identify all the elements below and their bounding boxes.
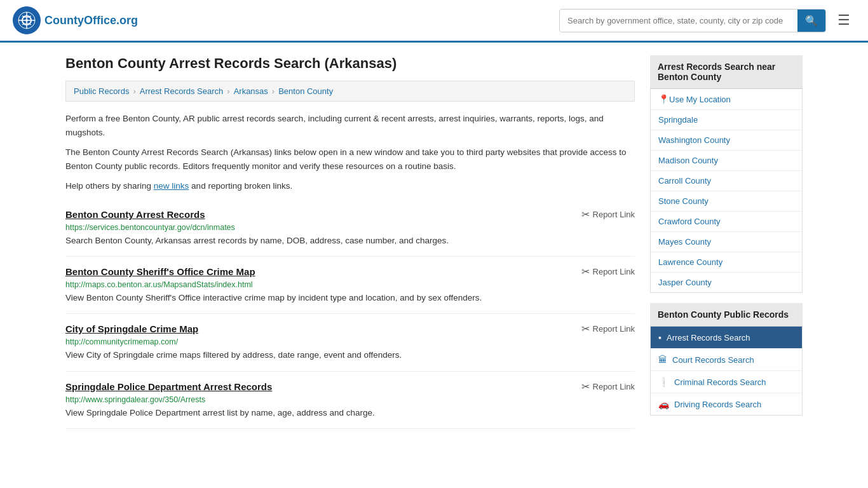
near-item-link-3[interactable]: Madison County: [651, 151, 802, 170]
link-url-1[interactable]: http://maps.co.benton.ar.us/MapsandStats…: [65, 280, 635, 289]
desc3-prefix: Help others by sharing: [65, 181, 154, 191]
public-records-icon-0: ▪: [658, 332, 661, 342]
search-bar: 🔍: [559, 9, 826, 32]
near-list: 📍Use My LocationSpringdaleWashington Cou…: [650, 89, 803, 293]
link-url-2[interactable]: http://communitycrimemap.com/: [65, 337, 635, 346]
hamburger-menu-button[interactable]: ☰: [832, 10, 855, 31]
near-item-link-1[interactable]: Springdale: [651, 110, 802, 130]
report-link-button-0[interactable]: ✂ Report Link: [581, 208, 635, 220]
report-icon-0: ✂: [581, 208, 590, 220]
header-right: 🔍 ☰: [559, 9, 855, 32]
link-url-0[interactable]: https://services.bentoncountyar.gov/dcn/…: [65, 223, 635, 232]
link-item: Springdale Police Department Arrest Reco…: [65, 372, 635, 429]
breadcrumb-arkansas[interactable]: Arkansas: [234, 86, 268, 96]
header: CountyOffice.org 🔍 ☰: [0, 0, 868, 43]
near-section: Arrest Records Search near Benton County…: [650, 55, 803, 293]
public-records-link-0[interactable]: ▪Arrest Records Search: [651, 327, 802, 348]
public-records-item: ❕Criminal Records Search: [651, 371, 802, 393]
breadcrumb-benton-county[interactable]: Benton County: [278, 86, 333, 96]
near-item-link-7[interactable]: Mayes County: [651, 232, 802, 252]
report-link-button-1[interactable]: ✂ Report Link: [581, 266, 635, 278]
link-desc-3: View Springdale Police Department arrest…: [65, 407, 635, 419]
breadcrumb-sep-1: ›: [133, 86, 135, 96]
links-container: Benton County Arrest Records ✂ Report Li…: [65, 200, 635, 429]
link-item-title-0[interactable]: Benton County Arrest Records: [65, 209, 205, 220]
near-list-item: Springdale: [651, 110, 802, 130]
description-3: Help others by sharing new links and rep…: [65, 179, 635, 193]
near-item-link-8[interactable]: Lawrence County: [651, 252, 802, 272]
report-icon-1: ✂: [581, 266, 590, 278]
public-records-icon-3: 🚗: [658, 399, 669, 409]
search-button[interactable]: 🔍: [797, 10, 825, 32]
public-records-item: 🚗Driving Records Search: [651, 393, 802, 415]
breadcrumb-sep-2: ›: [227, 86, 229, 96]
link-item-title-2[interactable]: City of Springdale Crime Map: [65, 323, 198, 334]
breadcrumb-sep-3: ›: [272, 86, 275, 96]
near-list-item: Washington County: [651, 130, 802, 151]
new-links-link[interactable]: new links: [154, 181, 189, 191]
near-list-item: Carroll County: [651, 171, 802, 191]
near-list-item: Crawford County: [651, 212, 802, 232]
link-item-title-1[interactable]: Benton County Sheriff's Office Crime Map: [65, 266, 255, 277]
breadcrumb-arrest-records[interactable]: Arrest Records Search: [140, 86, 224, 96]
report-icon-2: ✂: [581, 323, 590, 335]
page-title: Benton County Arrest Records Search (Ark…: [65, 55, 635, 72]
svg-point-4: [25, 19, 28, 22]
location-icon: 📍: [658, 94, 669, 104]
report-link-button-2[interactable]: ✂ Report Link: [581, 323, 635, 335]
link-item-header: Benton County Arrest Records ✂ Report Li…: [65, 208, 635, 220]
near-list-item: Mayes County: [651, 232, 802, 252]
near-item-link-5[interactable]: Stone County: [651, 191, 802, 211]
logo-area: CountyOffice.org: [13, 6, 138, 34]
search-input[interactable]: [560, 11, 797, 30]
public-records-item: 🏛Court Records Search: [651, 349, 802, 371]
near-item-link-4[interactable]: Carroll County: [651, 171, 802, 191]
public-records-icon-2: ❕: [658, 377, 669, 387]
description-2: The Benton County Arrest Records Search …: [65, 146, 635, 173]
public-records-section: Benton County Public Records ▪Arrest Rec…: [650, 303, 803, 416]
main-container: Benton County Arrest Records Search (Ark…: [53, 43, 815, 442]
link-desc-2: View City of Springdale crime maps filte…: [65, 349, 635, 362]
link-desc-1: View Benton County Sheriff's Office inte…: [65, 292, 635, 304]
logo-icon: [13, 6, 41, 34]
breadcrumb: Public Records › Arrest Records Search ›…: [65, 81, 635, 102]
near-item-link-2[interactable]: Washington County: [651, 130, 802, 150]
link-item-header: Springdale Police Department Arrest Reco…: [65, 381, 635, 393]
public-records-item: ▪Arrest Records Search: [651, 327, 802, 349]
link-desc-0: Search Benton County, Arkansas arrest re…: [65, 234, 635, 247]
link-item-header: City of Springdale Crime Map ✂ Report Li…: [65, 323, 635, 335]
public-records-list: ▪Arrest Records Search🏛Court Records Sea…: [650, 327, 803, 416]
public-records-title: Benton County Public Records: [650, 303, 803, 327]
near-list-item: 📍Use My Location: [651, 89, 802, 110]
description-1: Perform a free Benton County, AR public …: [65, 112, 635, 139]
public-records-icon-1: 🏛: [658, 355, 667, 365]
near-item-link-6[interactable]: Crawford County: [651, 212, 802, 231]
public-records-link-3[interactable]: 🚗Driving Records Search: [651, 393, 802, 415]
breadcrumb-public-records[interactable]: Public Records: [74, 86, 129, 96]
near-list-item: Stone County: [651, 191, 802, 212]
near-section-title: Arrest Records Search near Benton County: [650, 55, 803, 89]
link-item: Benton County Arrest Records ✂ Report Li…: [65, 200, 635, 257]
near-list-item: Lawrence County: [651, 252, 802, 273]
near-list-item: Madison County: [651, 151, 802, 171]
desc3-suffix: and reporting broken links.: [189, 181, 292, 191]
logo-brand: CountyOffice: [44, 14, 116, 27]
link-item: City of Springdale Crime Map ✂ Report Li…: [65, 314, 635, 371]
public-records-link-2[interactable]: ❕Criminal Records Search: [651, 371, 802, 393]
link-item-header: Benton County Sheriff's Office Crime Map…: [65, 266, 635, 278]
logo-text: CountyOffice.org: [44, 14, 138, 27]
link-url-3[interactable]: http://www.springdalear.gov/350/Arrests: [65, 395, 635, 404]
report-link-button-3[interactable]: ✂ Report Link: [581, 381, 635, 393]
use-my-location-link[interactable]: 📍Use My Location: [651, 89, 802, 109]
public-records-link-1[interactable]: 🏛Court Records Search: [651, 349, 802, 370]
logo-tld: .org: [116, 14, 138, 27]
link-item: Benton County Sheriff's Office Crime Map…: [65, 257, 635, 314]
sidebar: Arrest Records Search near Benton County…: [650, 55, 803, 429]
near-list-item: Jasper County: [651, 273, 802, 292]
report-icon-3: ✂: [581, 381, 590, 393]
near-item-link-9[interactable]: Jasper County: [651, 273, 802, 292]
content-area: Benton County Arrest Records Search (Ark…: [65, 55, 635, 429]
link-item-title-3[interactable]: Springdale Police Department Arrest Reco…: [65, 381, 272, 392]
